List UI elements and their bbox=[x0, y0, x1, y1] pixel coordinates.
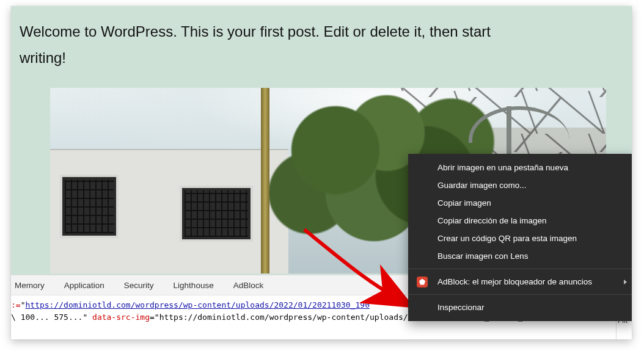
devtools-tab-security[interactable]: Security bbox=[124, 281, 154, 290]
post-body-text: Welcome to WordPress. This is your first… bbox=[20, 18, 533, 71]
code-attr-name: data-src-img bbox=[92, 313, 150, 322]
ctx-separator-1 bbox=[408, 269, 632, 269]
submenu-arrow-icon bbox=[624, 280, 627, 284]
ctx-inspect[interactable]: Inspeccionar bbox=[408, 299, 632, 316]
code-url-1: https://dominiotld.com/wordpress/wp-cont… bbox=[25, 300, 370, 309]
ctx-adblock[interactable]: AdBlock: el mejor bloqueador de anuncios bbox=[408, 273, 632, 291]
code-line2-prefix: \ 100... 575..." bbox=[11, 313, 92, 322]
ctx-adblock-label: AdBlock: el mejor bloqueador de anuncios bbox=[437, 277, 592, 286]
devtools-tab-lighthouse[interactable]: Lighthouse bbox=[174, 281, 214, 290]
devtools-tab-memory[interactable]: Memory bbox=[15, 281, 45, 290]
code-attr-prefix: := bbox=[11, 300, 21, 309]
ctx-copy-image[interactable]: Copiar imagen bbox=[408, 194, 632, 212]
devtools-tab-application[interactable]: Application bbox=[64, 281, 104, 290]
ctx-create-qr-code[interactable]: Crear un código QR para esta imagen bbox=[408, 230, 632, 247]
devtools-tab-adblock[interactable]: AdBlock bbox=[233, 281, 264, 290]
image-context-menu: Abrir imagen en una pestaña nueva Guarda… bbox=[408, 154, 632, 321]
adblock-icon bbox=[417, 277, 428, 288]
screenshot-frame: Welcome to WordPress. This is your first… bbox=[11, 6, 632, 339]
ctx-search-with-lens[interactable]: Buscar imagen con Lens bbox=[408, 247, 632, 265]
ctx-save-image-as[interactable]: Guardar imagen como... bbox=[408, 176, 632, 194]
ctx-separator-2 bbox=[408, 294, 632, 295]
ctx-open-image-new-tab[interactable]: Abrir imagen en una pestaña nueva bbox=[408, 159, 632, 176]
ctx-copy-image-address[interactable]: Copiar dirección de la imagen bbox=[408, 212, 632, 230]
